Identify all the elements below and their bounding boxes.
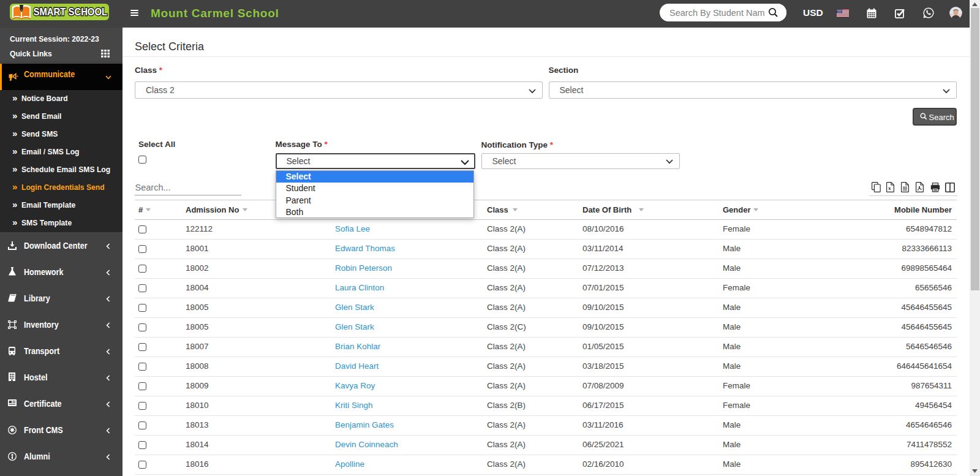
svg-text:SMART SCHOOL: SMART SCHOOL bbox=[33, 7, 107, 18]
svg-text:x: x bbox=[888, 185, 891, 191]
